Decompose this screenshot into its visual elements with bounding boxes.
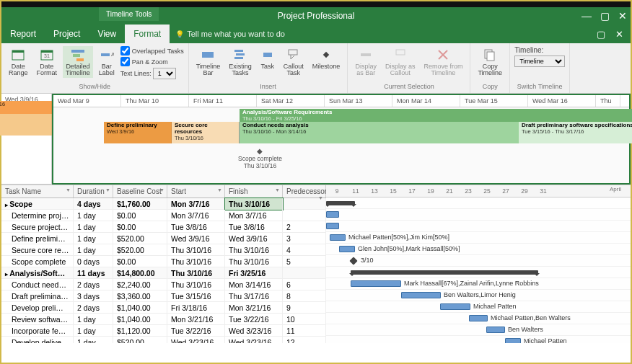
timeline-body: Analysis/Software RequirementsThu 3/10/1…	[53, 107, 629, 183]
svg-rect-3	[41, 50, 53, 53]
col-start[interactable]: Start	[167, 185, 225, 197]
svg-rect-13	[234, 57, 243, 59]
tab-view[interactable]: View	[89, 25, 125, 43]
svg-rect-7	[76, 58, 84, 61]
timeline-date-cell: Wed Mar 9	[53, 95, 121, 107]
table-row[interactable]: Develop delivery ti1 day$520.00Wed 3/23/…	[1, 337, 326, 343]
table-row[interactable]: Secure core resour1 day$520.00Thu 3/10/1…	[1, 244, 326, 256]
task-grid: Task Name Duration Baseline Cost Start F…	[1, 185, 631, 343]
timeline-bar-button[interactable]: Timeline Bar	[193, 46, 224, 78]
table-row[interactable]: Secure project spo1 day$0.00Tue 3/8/16Tu…	[1, 221, 326, 233]
svg-rect-18	[396, 50, 405, 55]
timeline-bar-conduct[interactable]: Conduct needs analysisThu 3/10/16 - Mon …	[240, 122, 521, 143]
display-as-callout-button[interactable]: Display as Callout	[382, 46, 418, 78]
date-range-button[interactable]: Date Range	[6, 46, 31, 78]
col-baseline-cost[interactable]: Baseline Cost	[113, 185, 167, 197]
table-row[interactable]: Develop preliminar2 days$1,040.00Fri 3/1…	[1, 302, 326, 314]
titlebar: Timeline Tools Project Professional — ▢ …	[1, 7, 631, 25]
overlapped-tasks-checkbox[interactable]: Overlapped Tasks	[120, 46, 184, 56]
gantt-row[interactable]: Michael Patten	[326, 301, 631, 313]
table-row[interactable]: Determine project1 day$0.00Mon 3/7/16Mon…	[1, 210, 326, 221]
col-predecessors[interactable]: Predecessors	[283, 185, 326, 197]
svg-rect-1	[12, 50, 24, 53]
gantt-scale: 91113151719212325272931April	[326, 185, 631, 197]
table-row[interactable]: Scope4 days$1,760.00Mon 3/7/16Thu 3/10/1…	[1, 198, 326, 210]
gantt-row[interactable]: Mark Hassall[67%],Zainal Arifin,Lynne Ro…	[326, 278, 631, 290]
gantt-row[interactable]	[326, 197, 631, 209]
table-row[interactable]: Review software sp1 day$1,040.00Mon 3/21…	[1, 314, 326, 325]
gantt-row[interactable]	[326, 221, 631, 232]
svg-text:A: A	[111, 51, 114, 58]
close-icon[interactable]: ✕	[618, 10, 627, 22]
table-row[interactable]: Scope complete0 days$0.00Thu 3/10/16Thu …	[1, 256, 326, 267]
task-button[interactable]: Task	[258, 46, 278, 71]
timeline-date-cell: Fri Mar 11	[189, 95, 257, 107]
timeline-date-cell: Thu Mar 10	[121, 95, 189, 107]
timeline-bar-secure[interactable]: Secure core resourcesThu 3/10/16	[172, 122, 240, 143]
timeline-bar-draft[interactable]: Draft preliminary software specification…	[519, 122, 632, 143]
existing-tasks-button[interactable]: Existing Tasks	[226, 46, 255, 78]
svg-rect-5	[71, 50, 84, 53]
app-title: Project Professional	[278, 11, 355, 21]
svg-rect-6	[73, 54, 80, 57]
copy-timeline-button[interactable]: Copy Timeline	[475, 46, 505, 78]
svg-rect-8	[101, 53, 110, 56]
timeline-bar-analysis[interactable]: Analysis/Software RequirementsThu 3/10/1…	[240, 109, 632, 122]
ribbon: Date Range 31Date Format Detailed Timeli…	[1, 43, 631, 94]
tab-project[interactable]: Project	[45, 25, 89, 43]
gantt-row[interactable]: Ben Walters,Limor Henig	[326, 290, 631, 301]
timeline-panel[interactable]: Wed Mar 9Thu Mar 10Fri Mar 11Sat Mar 12S…	[52, 94, 631, 185]
table-row[interactable]: Define preliminary1 day$520.00Wed 3/9/16…	[1, 233, 326, 244]
display-as-bar-button[interactable]: Display as Bar	[352, 46, 379, 78]
gantt-row[interactable]: Michael Patten[50%],Jim Kim[50%]	[326, 232, 631, 244]
callout-task-button[interactable]: Callout Task	[281, 46, 307, 78]
timeline-bar-left2[interactable]: cure project8/16	[0, 114, 52, 136]
timeline-tools-tab: Timeline Tools	[99, 7, 159, 21]
detailed-timeline-button[interactable]: Detailed Timeline	[63, 46, 93, 78]
timeline-date-cell: Sat Mar 12	[257, 95, 325, 107]
timeline-date-cell: Mon Mar 14	[392, 95, 460, 107]
bar-label-button[interactable]: ABar Label	[96, 46, 118, 78]
table-row[interactable]: Conduct needs ana2 days$2,240.00Thu 3/10…	[1, 279, 326, 290]
svg-rect-22	[487, 52, 494, 61]
timeline-bar-left1[interactable]: 8/16 - Thu 3/10/16	[0, 101, 52, 114]
timeline-date-scale: Wed Mar 9Thu Mar 10Fri Mar 11Sat Mar 12S…	[53, 95, 629, 107]
svg-rect-15	[289, 50, 297, 55]
minimize-icon[interactable]: —	[581, 10, 592, 22]
tab-format[interactable]: Format	[125, 25, 170, 43]
timeline-bar-define[interactable]: Define preliminaryWed 3/9/16	[104, 122, 172, 143]
menubar: Report Project View Format Tell me what …	[1, 25, 631, 43]
col-task-name[interactable]: Task Name	[1, 185, 74, 197]
timeline-milestone-scope[interactable]: Scope completeThu 3/10/16	[238, 147, 282, 169]
gantt-row[interactable]: Michael Patten,Ben Walters	[326, 313, 631, 324]
gantt-row[interactable]: 3/10	[326, 255, 631, 267]
gantt-row[interactable]: Ben Walters	[326, 324, 631, 336]
gantt-row[interactable]: Michael Patten	[326, 336, 631, 343]
gantt-row[interactable]	[326, 209, 631, 221]
col-finish[interactable]: Finish	[225, 185, 283, 197]
svg-text:31: 31	[44, 53, 50, 58]
table-row[interactable]: Incorporate feedba1 day$1,120.00Tue 3/22…	[1, 325, 326, 337]
gantt-row[interactable]: Glen John[50%],Mark Hassall[50%]	[326, 244, 631, 255]
gantt-row[interactable]	[326, 267, 631, 278]
svg-rect-10	[202, 52, 214, 58]
remove-from-timeline-button[interactable]: Remove from Timeline	[421, 46, 465, 78]
ribbon-minimize-icon[interactable]: ▢	[597, 29, 605, 40]
timeline-date-cell: Tue Mar 15	[460, 95, 528, 107]
pan-zoom-checkbox[interactable]: Pan & Zoom	[120, 57, 184, 66]
table-row[interactable]: Draft preliminary s3 days$3,360.00Tue 3/…	[1, 290, 326, 302]
svg-rect-11	[234, 50, 243, 52]
text-lines-select[interactable]: 1	[153, 68, 176, 79]
svg-rect-17	[361, 53, 371, 56]
doc-close-icon[interactable]: ✕	[615, 29, 623, 40]
timeline-select[interactable]: Timeline	[514, 56, 565, 67]
col-duration[interactable]: Duration	[74, 185, 113, 197]
timeline-select-label: Timeline:	[514, 46, 565, 54]
tab-report[interactable]: Report	[1, 25, 45, 43]
milestone-button[interactable]: Milestone	[310, 46, 343, 71]
maximize-icon[interactable]: ▢	[600, 10, 610, 22]
table-row[interactable]: Analysis/Software Re11 days$14,800.00Thu…	[1, 267, 326, 279]
svg-rect-14	[263, 53, 272, 57]
tell-me-input[interactable]: Tell me what you want to do	[175, 30, 285, 38]
date-format-button[interactable]: 31Date Format	[34, 46, 61, 78]
